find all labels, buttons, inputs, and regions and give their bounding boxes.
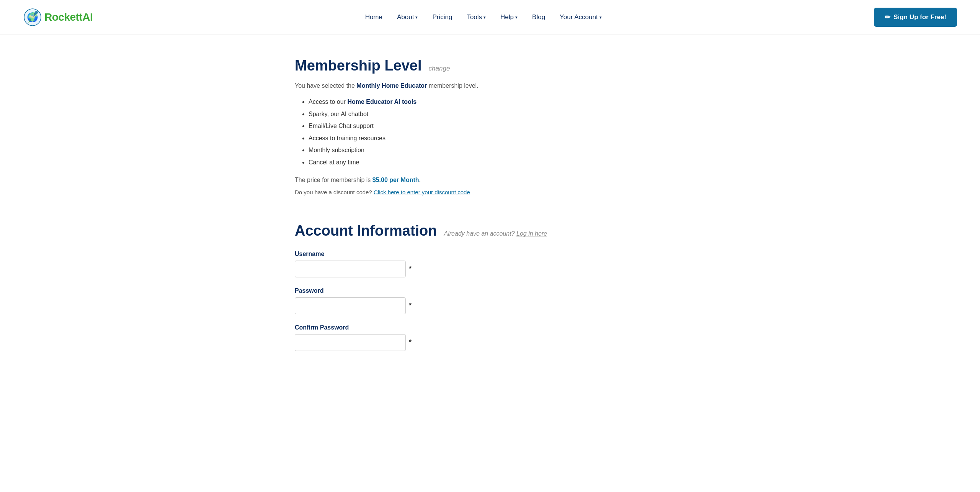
discount-code-link[interactable]: Click here to enter your discount code (374, 189, 470, 195)
login-link-text: Already have an account? Log in here (444, 230, 547, 237)
logo[interactable]: 🌍 RockettAI (23, 8, 93, 27)
change-link[interactable]: change (429, 65, 450, 72)
confirm-password-input-row: * (295, 334, 417, 351)
logo-icon: 🌍 (23, 8, 42, 27)
list-item: Monthly subscription (309, 145, 685, 155)
confirm-password-input[interactable] (295, 334, 406, 351)
confirm-password-label: Confirm Password (295, 324, 417, 331)
list-item: Access to training resources (309, 133, 685, 143)
membership-title: Membership Level (295, 57, 422, 74)
username-required: * (409, 265, 412, 273)
membership-description: You have selected the Monthly Home Educa… (295, 82, 685, 89)
signup-button[interactable]: ✏ Sign Up for Free! (874, 8, 957, 27)
account-title-row: Account Information Already have an acco… (295, 223, 685, 239)
list-item: Sparky, our AI chatbot (309, 109, 685, 119)
account-dropdown-arrow: ▾ (599, 15, 602, 20)
logo-text: RockettAI (44, 11, 93, 23)
password-field-group: Password * (295, 287, 417, 314)
password-input[interactable] (295, 297, 406, 314)
nav-blog[interactable]: Blog (527, 10, 550, 24)
password-required: * (409, 302, 412, 310)
signup-icon: ✏ (885, 13, 890, 21)
confirm-password-field-group: Confirm Password * (295, 324, 417, 351)
password-input-row: * (295, 297, 417, 314)
discount-text: Do you have a discount code? Click here … (295, 189, 685, 195)
nav-about[interactable]: About ▾ (392, 10, 423, 24)
section-divider (295, 207, 685, 207)
price-text: The price for membership is $5.00 per Mo… (295, 177, 685, 184)
nav-help[interactable]: Help ▾ (495, 10, 523, 24)
feature-list: Access to our Home Educator AI tools Spa… (295, 97, 685, 167)
username-input-row: * (295, 261, 417, 277)
nav-tools[interactable]: Tools ▾ (461, 10, 491, 24)
nav-your-account[interactable]: Your Account ▾ (554, 10, 607, 24)
list-item: Cancel at any time (309, 157, 685, 167)
account-title: Account Information (295, 223, 437, 239)
about-dropdown-arrow: ▾ (415, 15, 418, 20)
list-item: Access to our Home Educator AI tools (309, 97, 685, 107)
password-label: Password (295, 287, 417, 294)
list-item: Email/Live Chat support (309, 121, 685, 131)
username-input[interactable] (295, 261, 406, 277)
login-link[interactable]: Log in here (516, 230, 547, 237)
main-nav: Home About ▾ Pricing Tools ▾ Help ▾ Blog… (360, 10, 607, 24)
nav-home[interactable]: Home (360, 10, 388, 24)
confirm-password-required: * (409, 338, 412, 346)
membership-title-row: Membership Level change (295, 57, 685, 74)
tools-dropdown-arrow: ▾ (483, 15, 486, 20)
username-field-group: Username * (295, 251, 417, 277)
help-dropdown-arrow: ▾ (515, 15, 518, 20)
username-label: Username (295, 251, 417, 257)
nav-pricing[interactable]: Pricing (427, 10, 457, 24)
